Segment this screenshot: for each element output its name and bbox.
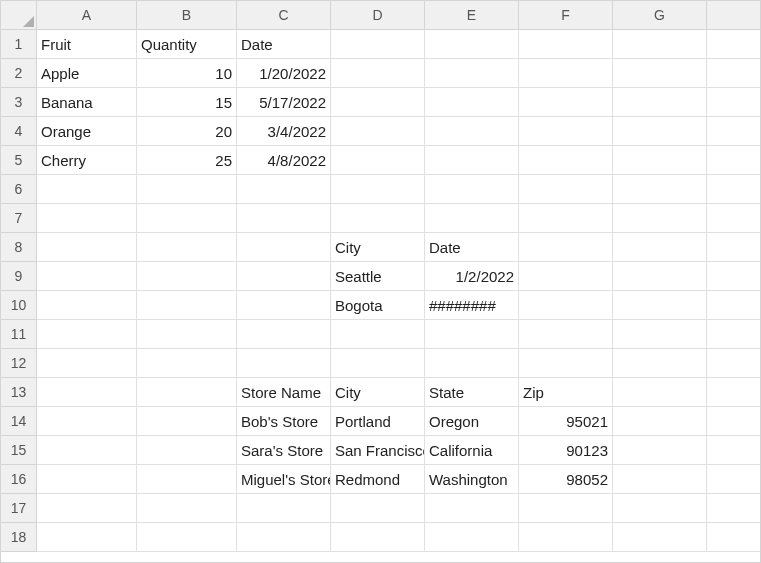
cell-B10[interactable]	[137, 291, 237, 320]
cell-D9[interactable]: Seattle	[331, 262, 425, 291]
cell-E7[interactable]	[425, 204, 519, 233]
cell-E13[interactable]: State	[425, 378, 519, 407]
cell-F6[interactable]	[519, 175, 613, 204]
cell-extra-10[interactable]	[707, 291, 761, 320]
row-header-12[interactable]: 12	[1, 349, 37, 378]
cell-C13[interactable]: Store Name	[237, 378, 331, 407]
cell-C2[interactable]: 1/20/2022	[237, 59, 331, 88]
cell-G5[interactable]	[613, 146, 707, 175]
cell-extra-17[interactable]	[707, 494, 761, 523]
cell-A7[interactable]	[37, 204, 137, 233]
cell-C18[interactable]	[237, 523, 331, 552]
row-header-15[interactable]: 15	[1, 436, 37, 465]
cell-E3[interactable]	[425, 88, 519, 117]
cell-B17[interactable]	[137, 494, 237, 523]
cell-B7[interactable]	[137, 204, 237, 233]
cell-A3[interactable]: Banana	[37, 88, 137, 117]
cell-F1[interactable]	[519, 30, 613, 59]
cell-A11[interactable]	[37, 320, 137, 349]
cell-A9[interactable]	[37, 262, 137, 291]
row-header-7[interactable]: 7	[1, 204, 37, 233]
cell-B12[interactable]	[137, 349, 237, 378]
cell-extra-18[interactable]	[707, 523, 761, 552]
cell-A12[interactable]	[37, 349, 137, 378]
cell-D6[interactable]	[331, 175, 425, 204]
cell-G11[interactable]	[613, 320, 707, 349]
select-all-corner[interactable]	[1, 1, 37, 30]
row-header-16[interactable]: 16	[1, 465, 37, 494]
cell-E1[interactable]	[425, 30, 519, 59]
cell-F2[interactable]	[519, 59, 613, 88]
cell-G8[interactable]	[613, 233, 707, 262]
cell-E2[interactable]	[425, 59, 519, 88]
cell-F4[interactable]	[519, 117, 613, 146]
row-header-8[interactable]: 8	[1, 233, 37, 262]
cell-B15[interactable]	[137, 436, 237, 465]
col-header-A[interactable]: A	[37, 1, 137, 30]
cell-D1[interactable]	[331, 30, 425, 59]
cell-extra-9[interactable]	[707, 262, 761, 291]
cell-A15[interactable]	[37, 436, 137, 465]
cell-B18[interactable]	[137, 523, 237, 552]
cell-C10[interactable]	[237, 291, 331, 320]
row-header-3[interactable]: 3	[1, 88, 37, 117]
cell-E4[interactable]	[425, 117, 519, 146]
cell-G12[interactable]	[613, 349, 707, 378]
cell-C6[interactable]	[237, 175, 331, 204]
cell-extra-1[interactable]	[707, 30, 761, 59]
cell-extra-13[interactable]	[707, 378, 761, 407]
cell-F10[interactable]	[519, 291, 613, 320]
cell-A5[interactable]: Cherry	[37, 146, 137, 175]
cell-A1[interactable]: Fruit	[37, 30, 137, 59]
cell-extra-3[interactable]	[707, 88, 761, 117]
cell-A17[interactable]	[37, 494, 137, 523]
cell-D11[interactable]	[331, 320, 425, 349]
cell-E16[interactable]: Washington	[425, 465, 519, 494]
cell-E8[interactable]: Date	[425, 233, 519, 262]
cell-C11[interactable]	[237, 320, 331, 349]
cell-A18[interactable]	[37, 523, 137, 552]
cell-extra-8[interactable]	[707, 233, 761, 262]
cell-D13[interactable]: City	[331, 378, 425, 407]
row-header-4[interactable]: 4	[1, 117, 37, 146]
cell-C5[interactable]: 4/8/2022	[237, 146, 331, 175]
cell-G14[interactable]	[613, 407, 707, 436]
cell-C9[interactable]	[237, 262, 331, 291]
col-header-extra[interactable]	[707, 1, 761, 30]
cell-E12[interactable]	[425, 349, 519, 378]
cell-extra-6[interactable]	[707, 175, 761, 204]
cell-E17[interactable]	[425, 494, 519, 523]
col-header-E[interactable]: E	[425, 1, 519, 30]
cell-B2[interactable]: 10	[137, 59, 237, 88]
cell-B11[interactable]	[137, 320, 237, 349]
cell-C15[interactable]: Sara's Store	[237, 436, 331, 465]
cell-extra-7[interactable]	[707, 204, 761, 233]
cell-B13[interactable]	[137, 378, 237, 407]
cell-A14[interactable]	[37, 407, 137, 436]
cell-D10[interactable]: Bogota	[331, 291, 425, 320]
cell-G13[interactable]	[613, 378, 707, 407]
cell-D8[interactable]: City	[331, 233, 425, 262]
col-header-F[interactable]: F	[519, 1, 613, 30]
cell-F5[interactable]	[519, 146, 613, 175]
cell-A10[interactable]	[37, 291, 137, 320]
cell-E11[interactable]	[425, 320, 519, 349]
cell-E18[interactable]	[425, 523, 519, 552]
cell-D15[interactable]: San Francisco	[331, 436, 425, 465]
cell-extra-14[interactable]	[707, 407, 761, 436]
cell-B14[interactable]	[137, 407, 237, 436]
row-header-6[interactable]: 6	[1, 175, 37, 204]
cell-B6[interactable]	[137, 175, 237, 204]
cell-D7[interactable]	[331, 204, 425, 233]
cell-extra-5[interactable]	[707, 146, 761, 175]
cell-G16[interactable]	[613, 465, 707, 494]
row-header-17[interactable]: 17	[1, 494, 37, 523]
cell-F3[interactable]	[519, 88, 613, 117]
cell-F17[interactable]	[519, 494, 613, 523]
row-header-13[interactable]: 13	[1, 378, 37, 407]
cell-G15[interactable]	[613, 436, 707, 465]
cell-B16[interactable]	[137, 465, 237, 494]
cell-F8[interactable]	[519, 233, 613, 262]
cell-A8[interactable]	[37, 233, 137, 262]
cell-C16[interactable]: Miguel's Store	[237, 465, 331, 494]
